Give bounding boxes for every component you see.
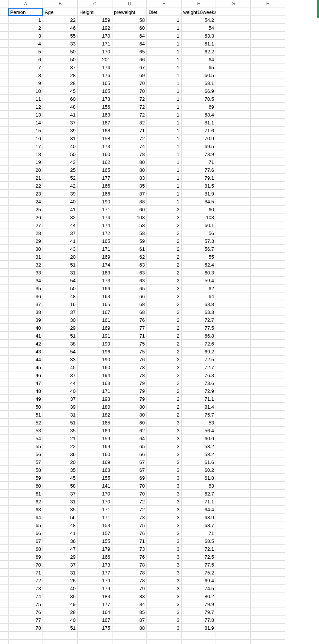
cell-C50[interactable]: 198 — [77, 395, 112, 403]
cell-H27[interactable] — [251, 213, 285, 221]
cell-E21[interactable]: 1 — [147, 166, 181, 174]
cell-H61[interactable] — [251, 482, 285, 489]
cell-E64[interactable]: 3 — [147, 505, 181, 513]
cell-C25[interactable]: 190 — [77, 197, 112, 205]
cell-H39[interactable] — [251, 308, 285, 316]
cell-G27[interactable] — [216, 213, 251, 221]
cell-A76[interactable]: 75 — [8, 600, 43, 608]
cell-A40[interactable]: 39 — [8, 316, 43, 324]
cell-G21[interactable] — [216, 166, 251, 174]
row-header-1[interactable] — [0, 8, 8, 16]
row-header-74[interactable] — [0, 584, 8, 592]
cell-A28[interactable]: 27 — [8, 221, 43, 229]
cell-G44[interactable] — [216, 347, 251, 355]
cell-D80[interactable] — [112, 632, 147, 639]
cell-B9[interactable]: 28 — [43, 71, 77, 79]
cell-C29[interactable]: 172 — [77, 229, 112, 237]
row-header-41[interactable] — [0, 324, 8, 332]
cell-F81[interactable] — [181, 639, 216, 644]
cell-F76[interactable]: 79.9 — [181, 600, 216, 608]
cell-H5[interactable] — [251, 39, 285, 47]
cell-B20[interactable]: 43 — [43, 158, 77, 166]
cell-C40[interactable]: 161 — [77, 316, 112, 324]
cell-F17[interactable]: 70.9 — [181, 134, 216, 142]
cell-D36[interactable]: 65 — [112, 284, 147, 292]
cell-E40[interactable]: 2 — [147, 316, 181, 324]
cell-E14[interactable]: 1 — [147, 111, 181, 118]
cell-D56[interactable]: 65 — [112, 442, 147, 450]
row-header-63[interactable] — [0, 497, 8, 505]
cell-B14[interactable]: 41 — [43, 111, 77, 118]
cell-B17[interactable]: 31 — [43, 134, 77, 142]
cell-H35[interactable] — [251, 276, 285, 284]
column-header-E[interactable]: E — [147, 0, 181, 8]
cell-H33[interactable] — [251, 261, 285, 268]
cell-D6[interactable]: 65 — [112, 47, 147, 55]
cell-F47[interactable]: 76.3 — [181, 371, 216, 379]
cell-B23[interactable]: 42 — [43, 182, 77, 189]
cell-D39[interactable]: 68 — [112, 308, 147, 316]
cell-F12[interactable]: 70.5 — [181, 95, 216, 103]
row-header-35[interactable] — [0, 276, 8, 284]
cell-E60[interactable]: 3 — [147, 474, 181, 482]
spreadsheet-grid[interactable]: ABCDEFGHPersonAgeHeightpreweightDietweig… — [0, 0, 319, 644]
cell-G67[interactable] — [216, 529, 251, 537]
column-header-H[interactable]: H — [251, 0, 285, 8]
cell-E53[interactable]: 3 — [147, 418, 181, 426]
cell-A2[interactable]: 1 — [8, 16, 43, 24]
cell-G54[interactable] — [216, 426, 251, 434]
cell-A30[interactable]: 29 — [8, 237, 43, 245]
row-header-80[interactable] — [0, 632, 8, 639]
cell-H57[interactable] — [251, 450, 285, 458]
cell-F2[interactable]: 54.2 — [181, 16, 216, 24]
row-header-45[interactable] — [0, 355, 8, 363]
cell-B47[interactable]: 37 — [43, 371, 77, 379]
cell-C55[interactable]: 159 — [77, 434, 112, 442]
cell-E9[interactable]: 1 — [147, 71, 181, 79]
cell-A43[interactable]: 42 — [8, 339, 43, 347]
cell-E13[interactable]: 1 — [147, 103, 181, 111]
cell-E48[interactable]: 2 — [147, 379, 181, 387]
cell-B42[interactable]: 51 — [43, 332, 77, 339]
cell-B13[interactable]: 48 — [43, 103, 77, 111]
cell-E23[interactable]: 1 — [147, 182, 181, 189]
cell-H14[interactable] — [251, 111, 285, 118]
row-header-16[interactable] — [0, 126, 8, 134]
cell-D58[interactable]: 67 — [112, 458, 147, 466]
cell-E1[interactable]: Diet — [147, 8, 181, 16]
cell-D24[interactable]: 87 — [112, 189, 147, 197]
cell-E38[interactable]: 2 — [147, 300, 181, 308]
cell-C8[interactable]: 174 — [77, 63, 112, 71]
cell-G28[interactable] — [216, 221, 251, 229]
cell-C26[interactable]: 171 — [77, 205, 112, 213]
cell-G8[interactable] — [216, 63, 251, 71]
cell-B34[interactable]: 31 — [43, 268, 77, 276]
cell-E25[interactable]: 1 — [147, 197, 181, 205]
cell-C41[interactable]: 169 — [77, 324, 112, 332]
cell-B80[interactable] — [43, 632, 77, 639]
cell-A66[interactable]: 65 — [8, 521, 43, 529]
cell-H44[interactable] — [251, 347, 285, 355]
row-header-50[interactable] — [0, 395, 8, 403]
cell-D12[interactable]: 72 — [112, 95, 147, 103]
cell-F59[interactable]: 60.2 — [181, 466, 216, 474]
cell-G48[interactable] — [216, 379, 251, 387]
cell-A44[interactable]: 43 — [8, 347, 43, 355]
row-header-23[interactable] — [0, 182, 8, 189]
cell-E63[interactable]: 3 — [147, 497, 181, 505]
cell-E61[interactable]: 3 — [147, 482, 181, 489]
cell-E6[interactable]: 1 — [147, 47, 181, 55]
cell-A45[interactable]: 44 — [8, 355, 43, 363]
cell-E59[interactable]: 3 — [147, 466, 181, 474]
cell-F21[interactable]: 77.6 — [181, 166, 216, 174]
cell-A63[interactable]: 62 — [8, 497, 43, 505]
cell-H4[interactable] — [251, 32, 285, 39]
cell-G72[interactable] — [216, 568, 251, 576]
row-header-5[interactable] — [0, 39, 8, 47]
cell-F16[interactable]: 71.6 — [181, 126, 216, 134]
cell-D69[interactable]: 73 — [112, 545, 147, 553]
row-header-22[interactable] — [0, 174, 8, 182]
cell-A5[interactable]: 4 — [8, 39, 43, 47]
cell-E41[interactable]: 2 — [147, 324, 181, 332]
row-header-26[interactable] — [0, 205, 8, 213]
